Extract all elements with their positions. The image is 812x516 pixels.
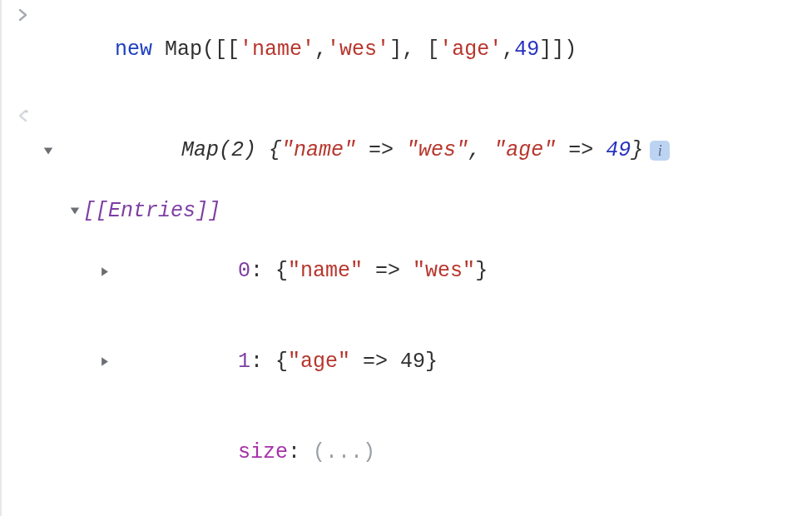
number: 49 bbox=[514, 37, 539, 62]
string: 'wes' bbox=[327, 37, 389, 62]
devtools-console: new Map([['name','wes'], ['age',49]]) Ma… bbox=[0, 0, 812, 516]
keyword-new: new bbox=[115, 37, 152, 62]
disclosure-triangle-down-icon[interactable] bbox=[67, 206, 83, 216]
punct: ], [ bbox=[389, 37, 439, 62]
entries-internal-line[interactable]: [[Entries]] bbox=[40, 196, 804, 226]
string: "age" bbox=[493, 138, 556, 162]
prompt-icon bbox=[7, 5, 40, 22]
punct: } bbox=[631, 138, 643, 162]
punct: : bbox=[250, 350, 275, 374]
punct: { bbox=[275, 259, 288, 283]
punct: ([[ bbox=[202, 37, 240, 62]
console-input-code[interactable]: new Map([['name','wes'], ['age',49]]) bbox=[40, 5, 812, 96]
arrow: => bbox=[363, 259, 413, 283]
string: 'age' bbox=[439, 37, 502, 62]
string: "wes" bbox=[406, 138, 468, 162]
string: "name" bbox=[281, 138, 356, 162]
punct: ]]) bbox=[539, 37, 577, 62]
punct: : bbox=[250, 259, 275, 283]
info-icon[interactable]: i bbox=[650, 141, 670, 161]
punct: 49} bbox=[400, 350, 438, 374]
disclosure-triangle-right-icon[interactable] bbox=[97, 356, 113, 367]
arrow: => bbox=[356, 138, 406, 162]
string: 'name' bbox=[240, 37, 314, 62]
object-summary-line[interactable]: Map(2) {"name" => "wes", "age" => 49} i bbox=[40, 106, 804, 196]
punct: , bbox=[468, 138, 493, 162]
entry-index: 0 bbox=[238, 259, 250, 283]
arrow: => bbox=[350, 350, 400, 374]
punct: { bbox=[256, 138, 281, 162]
string: "wes" bbox=[413, 259, 475, 283]
string: "age" bbox=[288, 350, 350, 374]
disclosure-triangle-right-icon[interactable] bbox=[97, 266, 113, 277]
entry-index: 1 bbox=[238, 350, 250, 374]
arrow: => bbox=[556, 138, 606, 162]
entry-item-1[interactable]: 1: {"age" => 49} bbox=[40, 317, 804, 408]
punct: , bbox=[502, 37, 514, 62]
return-icon bbox=[7, 106, 40, 122]
punct: , bbox=[314, 37, 327, 62]
punct: { bbox=[275, 350, 288, 374]
svg-point-0 bbox=[25, 110, 27, 112]
console-input-row: new Map([['name','wes'], ['age',49]]) bbox=[2, 0, 812, 101]
size-value[interactable]: (...) bbox=[313, 440, 375, 464]
disclosure-triangle-down-icon[interactable] bbox=[40, 146, 57, 156]
console-output-body: Map(2) {"name" => "wes", "age" => 49} i … bbox=[40, 106, 812, 516]
console-output-row: Map(2) {"name" => "wes", "age" => 49} i … bbox=[2, 101, 812, 516]
size-line[interactable]: size: (...) bbox=[40, 407, 804, 498]
punct: } bbox=[475, 259, 488, 283]
entry-item-0[interactable]: 0: {"name" => "wes"} bbox=[40, 226, 804, 317]
size-label: size bbox=[238, 440, 288, 464]
number: 49 bbox=[606, 138, 631, 162]
internal-entries-label: [[Entries]] bbox=[83, 196, 220, 226]
space bbox=[152, 37, 165, 62]
proto-line[interactable]: __proto__: Map bbox=[40, 498, 804, 516]
string: "name" bbox=[288, 259, 363, 283]
class-name: Map bbox=[165, 37, 202, 62]
map-prefix: Map(2) bbox=[181, 138, 256, 162]
